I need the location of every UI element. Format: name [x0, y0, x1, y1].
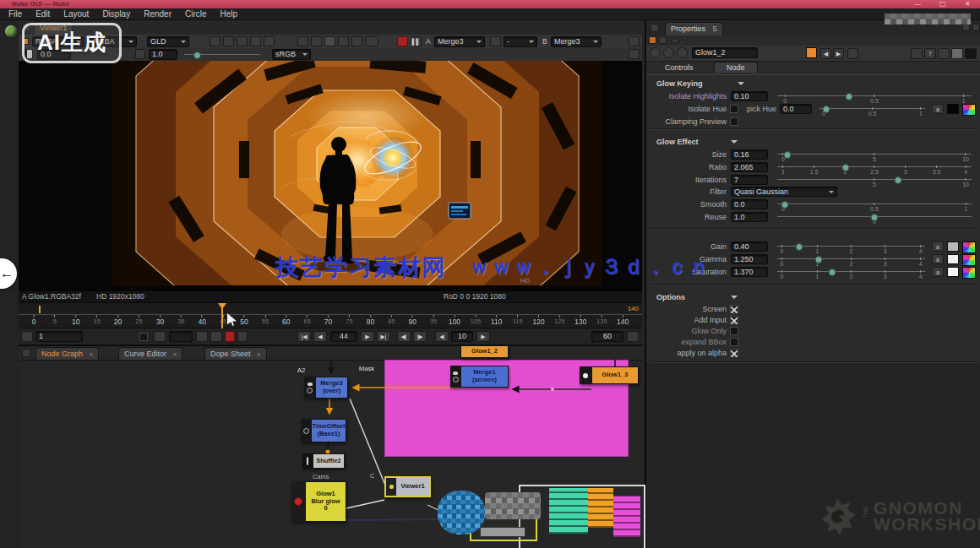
speed-field[interactable]: [169, 331, 193, 342]
help-button[interactable]: ?: [924, 48, 936, 59]
lut-select[interactable]: GLD: [147, 36, 189, 47]
hide-input-button[interactable]: [951, 48, 963, 59]
saturation-anim-button[interactable]: a: [932, 267, 944, 277]
node-color-icon[interactable]: [650, 47, 661, 58]
node-viewer1[interactable]: Viewer1: [384, 476, 431, 497]
node-cluster-teal[interactable]: [549, 488, 588, 534]
node-merge3[interactable]: Merge3 (over): [304, 377, 348, 399]
gamma-color-swatch[interactable]: [947, 254, 959, 264]
pin-icon[interactable]: [649, 36, 656, 44]
isolate-highlights-slider[interactable]: 00.51: [777, 94, 972, 103]
gamma-color-wheel[interactable]: [962, 254, 976, 266]
gamma-anim-button[interactable]: a: [932, 254, 944, 264]
zebra-toggle-icon[interactable]: [250, 36, 261, 46]
gain-anim-button[interactable]: a: [932, 241, 944, 252]
minimize-button[interactable]: —: [914, 0, 921, 8]
record-button[interactable]: [225, 331, 235, 342]
checkerboard-icon[interactable]: [324, 36, 335, 46]
float-panel-icon[interactable]: [962, 24, 970, 31]
saturation-color-swatch[interactable]: [947, 267, 959, 277]
iterations-field[interactable]: 7: [731, 175, 768, 185]
proxy-toggle-icon[interactable]: [264, 36, 275, 46]
fps-field[interactable]: 60: [591, 331, 623, 342]
brush-icon[interactable]: [490, 36, 501, 46]
reuse-field[interactable]: 1.0: [731, 212, 768, 222]
bounce-mode-button[interactable]: [210, 331, 222, 342]
next-node-button[interactable]: ▶: [833, 48, 844, 59]
section-collapse-arrow[interactable]: [731, 296, 738, 302]
undo-button[interactable]: [911, 48, 923, 59]
frame-lock-checkbox[interactable]: [139, 333, 148, 341]
hue-color-wheel[interactable]: [962, 104, 976, 116]
zoom-level-select[interactable]: [365, 36, 378, 46]
menu-item[interactable]: Help: [220, 9, 238, 19]
flipbook-button[interactable]: [237, 331, 248, 342]
monitor-out-icon[interactable]: [338, 36, 349, 46]
image-node-icon[interactable]: [5, 25, 17, 37]
wipe-mode-select[interactable]: -: [504, 36, 537, 47]
panel-menu-icon[interactable]: [22, 349, 30, 357]
goto-start-button[interactable]: |◀: [297, 331, 311, 342]
clip-warning-icon[interactable]: [223, 36, 234, 46]
disable-indicator[interactable]: [294, 497, 302, 506]
play-forward-button[interactable]: ▶: [361, 331, 374, 342]
pick-hue-field[interactable]: 0.0: [780, 104, 812, 114]
gamma-field[interactable]: 1.0: [149, 49, 177, 60]
ratio-slider[interactable]: 11.522.533.54: [777, 165, 972, 174]
viewer-process-select[interactable]: sRGB: [272, 49, 311, 60]
current-frame-field[interactable]: 44: [330, 331, 357, 342]
viewer-settings-icon[interactable]: [629, 49, 640, 59]
menu-item[interactable]: Layout: [63, 9, 89, 19]
section-options[interactable]: Options: [656, 293, 685, 301]
clamping-preview-checkbox[interactable]: [730, 117, 738, 126]
isolate-hue-checkbox[interactable]: [730, 105, 738, 113]
postage-stamp-button[interactable]: [965, 48, 977, 59]
smooth-slider[interactable]: 00.51: [777, 202, 972, 211]
hue-color-swatch[interactable]: [947, 104, 959, 114]
isolate-highlights-field[interactable]: 0.10: [731, 91, 768, 101]
frame-increment-field[interactable]: 10: [451, 331, 473, 342]
glow-only-checkbox[interactable]: [730, 327, 738, 335]
size-slider[interactable]: 0510: [777, 152, 972, 161]
gamma-slider[interactable]: 01234: [777, 257, 925, 266]
playback-options-icon[interactable]: [627, 331, 639, 342]
gamma-toggle-icon[interactable]: [237, 36, 248, 46]
add-input-checkbox[interactable]: [730, 316, 738, 324]
step-forward-button[interactable]: ▶: [476, 331, 490, 342]
roi-icon[interactable]: [297, 36, 308, 46]
apply-on-alpha-checkbox[interactable]: [730, 349, 738, 357]
buffer-a-select[interactable]: Merge3: [434, 36, 485, 47]
menu-item[interactable]: Circle: [185, 9, 207, 19]
timeline[interactable]: 140 051015202530354045505560657075808590…: [19, 302, 642, 328]
revert-button[interactable]: [938, 48, 950, 59]
tab-dope-sheet[interactable]: Dope Sheet ×: [204, 347, 267, 360]
render-abort-icon[interactable]: [397, 36, 408, 46]
menu-item[interactable]: Render: [144, 9, 172, 19]
ratio-field[interactable]: 2.065: [731, 162, 768, 172]
curve-color-icon[interactable]: [663, 47, 674, 58]
selected-node[interactable]: [480, 527, 525, 537]
range-lock-icon[interactable]: [21, 331, 33, 342]
section-collapse-arrow[interactable]: [738, 82, 744, 89]
pause-icon[interactable]: ▌▌: [411, 36, 422, 46]
close-icon[interactable]: ×: [90, 350, 94, 358]
node-shuffle2[interactable]: Shuffle2: [302, 453, 345, 469]
channels-icon[interactable]: [677, 47, 688, 58]
section-collapse-arrow[interactable]: [731, 140, 738, 147]
node-glow1-2[interactable]: Glow1_2: [460, 345, 509, 358]
wipe-icon[interactable]: [311, 36, 322, 46]
node-timeoffset[interactable]: TimeOffset (Base1): [301, 419, 346, 442]
proxy-res-button[interactable]: [154, 331, 166, 342]
node-glow1[interactable]: Glow1 Blur glow 0: [291, 481, 346, 522]
settings-wrench-icon[interactable]: [629, 36, 640, 46]
tab-node[interactable]: Node: [714, 62, 758, 73]
next-keyframe-button[interactable]: |▶: [413, 331, 427, 342]
maximize-button[interactable]: ▢: [939, 0, 946, 8]
section-glow-effect[interactable]: Glow Effect: [656, 138, 699, 146]
pick-hue-slider[interactable]: 00.51: [819, 106, 925, 116]
size-field[interactable]: 0.16: [731, 149, 768, 160]
tab-curve-editor[interactable]: Curve Editor ×: [118, 347, 182, 360]
node-name-field[interactable]: Glow1_2: [692, 47, 758, 58]
close-icon[interactable]: ×: [173, 350, 177, 358]
smooth-field[interactable]: 0.0: [731, 199, 768, 209]
